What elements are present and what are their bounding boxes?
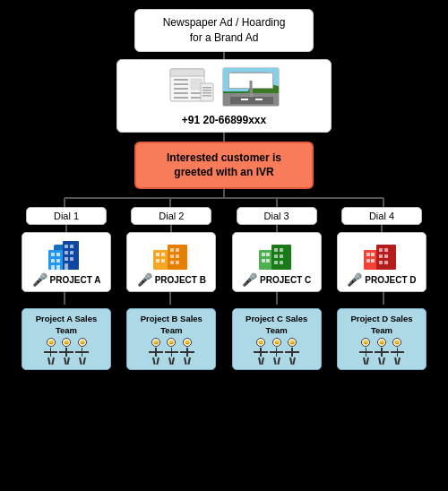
- svg-rect-39: [51, 265, 55, 270]
- mic-icon-b: 🎤: [137, 272, 152, 287]
- media-box: +91 20-66899xxx: [116, 59, 332, 133]
- diagram-container: Newspaper Ad / Hoarding for a Brand Ad: [0, 0, 448, 491]
- svg-rect-62: [262, 253, 265, 256]
- svg-rect-20: [255, 99, 263, 100]
- sales-card-b: Project B Sales Team 😊 😊: [126, 308, 216, 370]
- sales-col-d: Project D Sales Team 😊 😊: [333, 308, 430, 370]
- svg-rect-59: [170, 261, 174, 264]
- project-label-d: PROJECT D: [365, 275, 416, 285]
- dial-label-3: Dial 3: [237, 207, 317, 225]
- stick-figures-b: 😊 😊 😊: [149, 338, 194, 365]
- stick-figure-a1: 😊: [44, 338, 58, 365]
- svg-rect-5: [174, 92, 188, 94]
- sales-card-a: Project A Sales Team 😊: [22, 308, 111, 370]
- svg-rect-81: [379, 254, 383, 258]
- svg-rect-12: [202, 90, 211, 91]
- stick-figure-c1: 😊: [254, 338, 268, 365]
- top-line1: Newspaper Ad / Hoarding: [163, 16, 286, 29]
- svg-rect-63: [266, 253, 270, 256]
- svg-rect-68: [280, 248, 283, 252]
- dial-connector-1: [65, 225, 67, 232]
- sales-card-c: Project C Sales Team 😊 😊: [232, 308, 322, 370]
- svg-rect-60: [176, 261, 179, 264]
- stick-head: 😊: [62, 338, 71, 347]
- svg-rect-75: [371, 253, 375, 256]
- sales-col-a: Project A Sales Team 😊: [18, 308, 115, 370]
- dial-connector-3: [276, 225, 278, 232]
- stick-figure-b3: 😊: [180, 338, 194, 365]
- svg-rect-7: [191, 79, 202, 90]
- sales-row: Project A Sales Team 😊: [18, 308, 430, 370]
- media-icons: [168, 65, 280, 108]
- svg-rect-8: [191, 92, 202, 94]
- stick-figures-a: 😊: [44, 338, 90, 365]
- sales-title-a: Project A Sales Team: [27, 314, 106, 336]
- svg-rect-79: [379, 248, 383, 252]
- svg-rect-48: [65, 263, 68, 270]
- stick-figures-c: 😊 😊 😊: [254, 338, 299, 365]
- svg-rect-42: [65, 245, 68, 248]
- svg-rect-82: [384, 254, 388, 258]
- building-icon-b: [151, 237, 191, 270]
- building-icon-d: [362, 237, 401, 270]
- svg-rect-51: [161, 253, 165, 256]
- project-card-c: 🎤 PROJECT C: [232, 232, 322, 292]
- project-card-a: 🎤 PROJECT A: [22, 232, 111, 292]
- stick-figure-b1: 😊: [149, 338, 163, 365]
- stick-figure-c2: 😊: [270, 338, 284, 365]
- svg-rect-76: [366, 259, 370, 263]
- stick-figure-b2: 😊: [165, 338, 179, 365]
- svg-rect-70: [280, 254, 283, 258]
- billboard-icon: [222, 67, 280, 107]
- project-label-b: PROJECT B: [155, 275, 206, 285]
- sales-title-b: Project B Sales Team: [132, 314, 211, 336]
- sales-card-d: Project D Sales Team 😊 😊: [337, 308, 426, 370]
- mic-icon-a: 🎤: [32, 272, 47, 287]
- stick-head: 😊: [78, 338, 87, 347]
- svg-rect-84: [384, 261, 388, 264]
- svg-rect-38: [56, 259, 60, 263]
- stick-figure-d1: 😊: [359, 338, 374, 365]
- connector-line-1: [223, 52, 225, 59]
- sales-col-b: Project B Sales Team 😊 😊: [123, 308, 220, 370]
- dial-col-2: Dial 2 🎤: [123, 207, 220, 292]
- svg-rect-36: [56, 253, 60, 256]
- svg-rect-80: [384, 248, 388, 252]
- svg-rect-37: [51, 259, 55, 263]
- connector-line-2: [223, 133, 225, 142]
- svg-rect-43: [70, 245, 73, 248]
- svg-rect-55: [170, 248, 174, 252]
- svg-rect-4: [174, 88, 188, 90]
- stick-figure-d2: 😊: [375, 338, 389, 365]
- branch-connector: [18, 189, 430, 207]
- svg-rect-56: [176, 248, 179, 252]
- svg-rect-57: [170, 254, 174, 258]
- svg-rect-13: [202, 92, 211, 94]
- newspaper-icon: [168, 65, 215, 108]
- sales-title-d: Project D Sales Team: [342, 314, 421, 336]
- svg-rect-47: [70, 257, 73, 261]
- svg-rect-35: [51, 253, 55, 256]
- mic-icon-d: 🎤: [347, 272, 362, 287]
- dial-label-4: Dial 4: [341, 207, 422, 225]
- svg-rect-53: [161, 259, 165, 263]
- sales-title-c: Project C Sales Team: [237, 314, 316, 336]
- svg-rect-40: [56, 265, 60, 270]
- svg-rect-46: [65, 257, 68, 261]
- svg-rect-11: [202, 87, 211, 89]
- dial-label-1: Dial 1: [26, 207, 107, 225]
- svg-rect-44: [65, 251, 68, 254]
- dial-connector-4: [381, 225, 383, 232]
- top-box: Newspaper Ad / Hoarding for a Brand Ad: [134, 9, 314, 52]
- stick-figures-d: 😊 😊 😊: [359, 338, 405, 365]
- dial-col-4: Dial 4 🎤: [333, 207, 430, 292]
- mic-icon-c: 🎤: [242, 272, 257, 287]
- svg-rect-72: [280, 261, 283, 264]
- stick-figure-a3: 😊: [75, 338, 90, 365]
- building-icon-c: [257, 237, 297, 270]
- svg-rect-3: [174, 83, 188, 85]
- svg-rect-64: [262, 259, 265, 263]
- svg-rect-69: [274, 254, 278, 258]
- svg-rect-19: [241, 99, 248, 100]
- top-line2: for a Brand Ad: [190, 31, 259, 44]
